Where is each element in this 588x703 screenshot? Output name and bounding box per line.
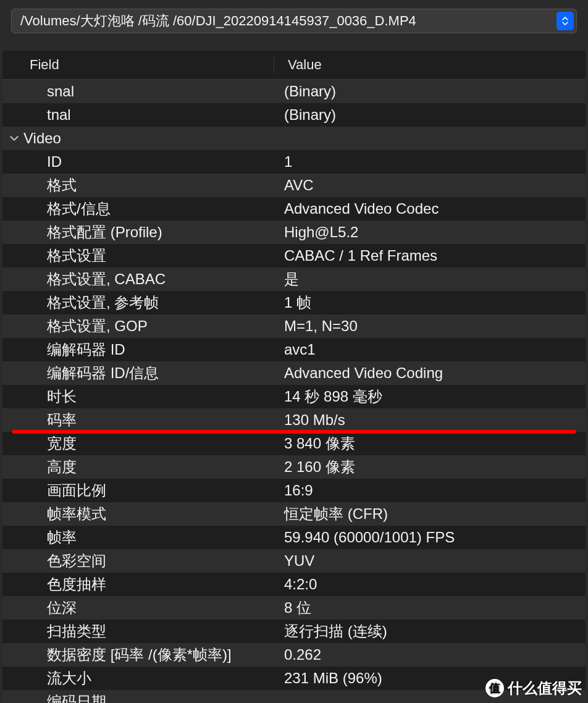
table-row: 画面比例16:9	[2, 479, 586, 502]
table-row: 格式AVC	[2, 174, 586, 197]
field-cell: 编解码器 ID	[2, 340, 274, 360]
table-row: 格式设置, 参考帧1 帧	[2, 291, 586, 314]
table-row: ID1	[2, 150, 586, 174]
top-bar: /Volumes/大灯泡咯 /码流 /60/DJI_20220914145937…	[0, 0, 588, 42]
table-row: 格式配置 (Profile)High@L5.2	[2, 221, 586, 244]
field-cell: 格式设置, GOP	[2, 316, 274, 336]
field-cell: snal	[2, 83, 274, 100]
value-cell: (Binary)	[274, 83, 586, 100]
value-cell: Advanced Video Codec	[274, 200, 586, 217]
table-row: 色度抽样4:2:0	[2, 573, 586, 596]
value-cell: CABAC / 1 Ref Frames	[274, 247, 586, 264]
table-row: 编解码器 ID/信息Advanced Video Coding	[2, 361, 586, 385]
table-row: 格式/信息Advanced Video Codec	[2, 197, 586, 221]
table-body: snal(Binary)tnal(Binary)VideoID1格式AVC格式/…	[2, 80, 586, 703]
table-header: Field Value	[2, 51, 586, 80]
field-cell: tnal	[2, 106, 274, 124]
info-panel: Field Value snal(Binary)tnal(Binary)Vide…	[2, 51, 586, 703]
value-cell: 4:2:0	[274, 576, 586, 593]
watermark-badge: 值	[485, 679, 504, 697]
table-row: 数据密度 [码率 /(像素*帧率)]0.262	[2, 643, 586, 667]
table-row: snal(Binary)	[2, 80, 586, 103]
table-row: 扫描类型逐行扫描 (连续)	[2, 620, 586, 643]
field-cell: 格式配置 (Profile)	[2, 222, 274, 242]
field-cell: 数据密度 [码率 /(像素*帧率)]	[2, 645, 274, 665]
highlight-underline	[12, 430, 576, 434]
section-row[interactable]: Video	[2, 127, 586, 150]
field-cell: 帧率	[2, 528, 274, 547]
value-cell: 是	[274, 269, 586, 289]
field-cell: 格式/信息	[2, 199, 274, 219]
dropdown-arrows-icon[interactable]	[556, 12, 574, 30]
table-row: 帧率59.940 (60000/1001) FPS	[2, 526, 586, 549]
field-cell: Video	[2, 130, 274, 147]
column-header-value[interactable]: Value	[274, 57, 586, 73]
table-row: 编解码器 IDavc1	[2, 338, 586, 361]
file-path-text: /Volumes/大灯泡咯 /码流 /60/DJI_20220914145937…	[20, 12, 416, 30]
value-cell: 14 秒 898 毫秒	[274, 387, 586, 406]
value-cell: 59.940 (60000/1001) FPS	[274, 529, 586, 546]
table-row: 时长14 秒 898 毫秒	[2, 385, 586, 408]
value-cell: avc1	[274, 341, 586, 358]
field-cell: 格式	[2, 175, 274, 195]
field-cell: 编码日期	[2, 692, 274, 703]
table-row: 位深8 位	[2, 596, 586, 620]
field-cell: 位深	[2, 598, 274, 618]
content-area: Field Value snal(Binary)tnal(Binary)Vide…	[0, 42, 588, 703]
value-cell: 0.262	[274, 646, 586, 663]
value-cell: 逐行扫描 (连续)	[274, 621, 586, 641]
table-row: tnal(Binary)	[2, 103, 586, 127]
table-row: 色彩空间YUV	[2, 549, 586, 573]
field-cell: 格式设置, CABAC	[2, 269, 274, 289]
chevron-down-icon[interactable]	[10, 134, 19, 143]
field-cell: 高度	[2, 457, 274, 477]
section-label: Video	[23, 130, 61, 147]
table-row: 高度2 160 像素	[2, 455, 586, 479]
column-header-field[interactable]: Field	[2, 57, 274, 73]
watermark: 值 什么值得买	[485, 678, 582, 698]
table-row: 帧率模式恒定帧率 (CFR)	[2, 502, 586, 526]
value-cell: Advanced Video Coding	[274, 364, 586, 382]
value-cell: AVC	[274, 177, 586, 194]
field-cell: 色彩空间	[2, 551, 274, 571]
table-row: 码率130 Mb/s	[2, 408, 586, 432]
value-cell: 2 160 像素	[274, 457, 586, 477]
value-cell: YUV	[274, 552, 586, 570]
field-cell: 格式设置, 参考帧	[2, 293, 274, 313]
value-cell: 1 帧	[274, 293, 586, 313]
field-cell: ID	[2, 153, 274, 170]
table-row: 格式设置, CABAC是	[2, 267, 586, 291]
value-cell: 130 Mb/s	[274, 411, 586, 429]
table-row: 格式设置CABAC / 1 Ref Frames	[2, 244, 586, 267]
value-cell: 1	[274, 153, 586, 170]
field-cell: 帧率模式	[2, 504, 274, 524]
field-cell: 编解码器 ID/信息	[2, 363, 274, 383]
field-cell: 流大小	[2, 668, 274, 688]
field-cell: 色度抽样	[2, 575, 274, 594]
value-cell: High@L5.2	[274, 224, 586, 241]
field-cell: 扫描类型	[2, 621, 274, 641]
field-cell: 画面比例	[2, 481, 274, 500]
value-cell: M=1, N=30	[274, 318, 586, 335]
value-cell: 8 位	[274, 598, 586, 618]
field-cell: 码率	[2, 410, 274, 430]
field-cell: 宽度	[2, 434, 274, 453]
field-cell: 格式设置	[2, 246, 274, 266]
value-cell: 3 840 像素	[274, 434, 586, 453]
table-row: 格式设置, GOPM=1, N=30	[2, 314, 586, 338]
field-cell: 时长	[2, 387, 274, 406]
value-cell: (Binary)	[274, 106, 586, 124]
table-row: 宽度3 840 像素	[2, 432, 586, 455]
value-cell: 16:9	[274, 482, 586, 499]
value-cell: 恒定帧率 (CFR)	[274, 504, 586, 524]
file-path-dropdown[interactable]: /Volumes/大灯泡咯 /码流 /60/DJI_20220914145937…	[11, 9, 577, 33]
watermark-text: 什么值得买	[508, 678, 582, 698]
